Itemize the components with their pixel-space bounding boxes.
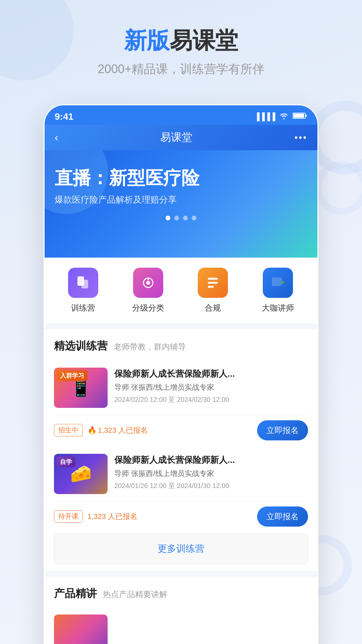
product-section-title: 产品精讲 [54, 586, 97, 601]
enrolled-count-1: 🔥1,323 人已报名 [87, 425, 148, 435]
tag-pending-2: 待开课 [54, 510, 83, 523]
back-button[interactable]: ‹ [55, 131, 58, 144]
course-tags-1: 招生中 🔥1,323 人已报名 [54, 424, 148, 436]
training-section: 精选训练营 老师带教，群内辅导 📱 入群学习 保险师新人成长营保险师新人... … [45, 329, 317, 533]
training-section-header: 精选训练营 老师带教，群内辅导 [54, 339, 308, 354]
course-thumb-2: 🧀 自学 [54, 454, 108, 494]
app-header: 新版易课堂 2000+精品课，训练营学有所伴 [0, 0, 362, 91]
phone-mockup-wrapper: 9:41 ▐▐▐▐ ‹ 易课堂 [44, 104, 318, 644]
more-button[interactable]: ••• [295, 132, 307, 143]
course-title-1: 保险师新人成长营保险师新人... [114, 368, 308, 380]
course-footer-1: 招生中 🔥1,323 人已报名 立即报名 [54, 415, 308, 447]
compliance-icon [198, 268, 228, 298]
banner-dot-3[interactable] [183, 216, 188, 220]
svg-rect-10 [208, 286, 214, 288]
grading-label: 分级分类 [132, 303, 164, 313]
course-card-1: 📱 入群学习 保险师新人成长营保险师新人... 导师 张振西/线上增员实战专家 … [54, 361, 308, 415]
svg-rect-2 [293, 114, 304, 118]
banner-dot-2[interactable] [174, 216, 179, 220]
partial-course-card [54, 608, 308, 644]
status-bar: 9:41 ▐▐▐▐ [45, 105, 317, 125]
banner-title: 直播：新型医疗险 [55, 167, 307, 189]
course-teacher-2: 导师 张振西/线上增员实战专家 [114, 469, 308, 479]
enrolled-count-2: 1,323 人已报名 [87, 512, 137, 522]
course-teacher-1: 导师 张振西/线上增员实战专家 [114, 382, 308, 392]
enroll-button-2[interactable]: 立即报名 [257, 506, 308, 527]
category-item-grading[interactable]: 分级分类 [132, 268, 164, 313]
signal-icon: ▐▐▐▐ [254, 112, 275, 121]
svg-rect-1 [305, 115, 307, 117]
banner-dot-4[interactable] [192, 216, 196, 220]
svg-rect-11 [272, 278, 282, 286]
nav-bar: ‹ 易课堂 ••• [45, 125, 317, 150]
phone-mockup: 9:41 ▐▐▐▐ ‹ 易课堂 [44, 104, 318, 644]
product-section-desc: 热点产品精要讲解 [103, 589, 167, 600]
svg-rect-9 [208, 282, 218, 284]
nav-title: 易课堂 [160, 130, 192, 145]
banner-subtitle: 爆款医疗险产品解析及理赔分享 [55, 194, 307, 206]
banner-dots [55, 216, 307, 220]
bg-decoration-3 [315, 161, 362, 215]
grading-icon [133, 268, 163, 298]
content-area: 训练营 分级分类 [45, 258, 317, 644]
lecturer-label: 大咖讲师 [262, 303, 294, 313]
course-info-2: 保险师新人成长营保险师新人... 导师 张振西/线上增员实战专家 2024/01… [114, 454, 308, 494]
course-date-1: 2024/02/20 12:00 至 2024/02/30 12:00 [114, 395, 308, 404]
banner-dot-1[interactable] [166, 216, 170, 220]
course-tags-2: 待开课 1,323 人已报名 [54, 510, 137, 523]
more-btn-wrapper: 更多训练营 [45, 533, 317, 571]
page-title: 新版易课堂 [13, 27, 349, 54]
product-section-header: 产品精讲 热点产品精要讲解 [54, 586, 308, 601]
battery-icon [293, 112, 307, 121]
course-badge-1: 入群学习 [57, 370, 87, 381]
course-thumb-1: 📱 入群学习 [54, 368, 108, 408]
banner[interactable]: 直播：新型医疗险 爆款医疗险产品解析及理赔分享 [45, 150, 317, 258]
enroll-button-1[interactable]: 立即报名 [257, 420, 308, 440]
category-item-training[interactable]: 训练营 [68, 268, 98, 313]
wifi-icon [279, 112, 289, 121]
training-section-title: 精选训练营 [54, 339, 108, 354]
status-time: 9:41 [55, 111, 73, 122]
more-training-button[interactable]: 更多训练营 [54, 533, 308, 564]
page-subtitle: 2000+精品课，训练营学有所伴 [13, 61, 349, 77]
category-grid: 训练营 分级分类 [45, 258, 317, 323]
training-label: 训练营 [71, 303, 95, 313]
tag-recruiting-1: 招生中 [54, 424, 83, 436]
lecturer-icon [263, 268, 293, 298]
svg-point-6 [146, 281, 150, 285]
svg-rect-8 [208, 278, 218, 280]
category-item-compliance[interactable]: 合规 [198, 268, 228, 313]
fire-icon-1: 🔥 [87, 426, 97, 434]
svg-marker-12 [282, 280, 285, 284]
category-item-lecturer[interactable]: 大咖讲师 [262, 268, 294, 313]
svg-rect-4 [81, 280, 88, 288]
product-section: 产品精讲 热点产品精要讲解 [45, 577, 317, 644]
course-card-2: 🧀 自学 保险师新人成长营保险师新人... 导师 张振西/线上增员实战专家 20… [54, 447, 308, 501]
training-icon [68, 268, 98, 298]
training-section-desc: 老师带教，群内辅导 [114, 341, 186, 352]
course-footer-2: 待开课 1,323 人已报名 立即报名 [54, 501, 308, 533]
course-title-2: 保险师新人成长营保险师新人... [114, 454, 308, 466]
status-icons: ▐▐▐▐ [254, 112, 307, 121]
compliance-label: 合规 [205, 303, 221, 313]
course-badge-2: 自学 [57, 457, 75, 467]
course-date-2: 2024/01/26 12:00 至 2024/01/30 12:00 [114, 481, 308, 490]
course-info-1: 保险师新人成长营保险师新人... 导师 张振西/线上增员实战专家 2024/02… [114, 368, 308, 408]
partial-thumb [54, 614, 108, 644]
